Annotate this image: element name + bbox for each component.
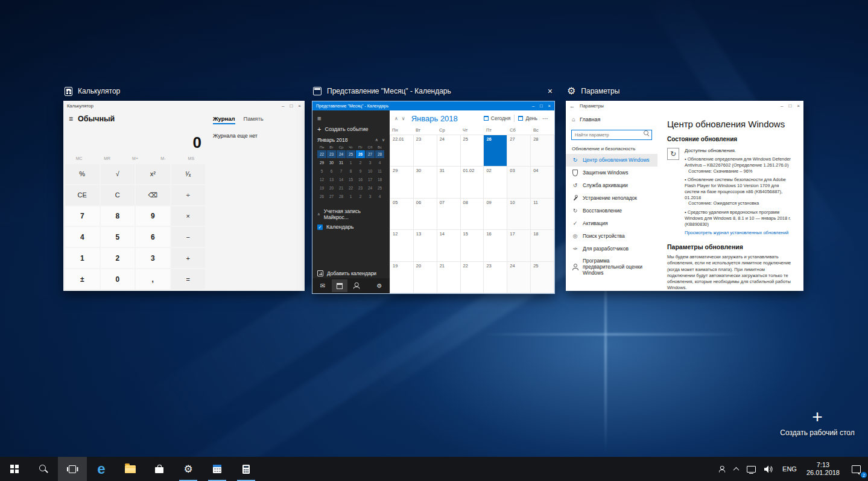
tab-memory[interactable]: Память bbox=[244, 115, 264, 124]
settings-window[interactable]: ← Параметры – □ × ⌂ Главная Обновление и… bbox=[566, 101, 803, 291]
mini-day-cell[interactable]: 14 bbox=[337, 176, 346, 183]
calendar-day-cell[interactable]: 18 bbox=[531, 230, 554, 261]
calendar-day-cell[interactable]: 01.02 bbox=[461, 167, 484, 198]
calendar-day-cell[interactable]: 24 bbox=[437, 135, 461, 167]
calendar-day-cell[interactable]: 11 bbox=[531, 199, 554, 230]
calculator-window[interactable]: Калькулятор – □ × ≡ Обычный 0 MCMRM+M-MS… bbox=[63, 101, 305, 291]
mini-day-cell[interactable]: 26 bbox=[356, 150, 365, 158]
mini-day-cell[interactable]: 19 bbox=[317, 184, 326, 192]
show-hidden-icons-button[interactable] bbox=[730, 457, 743, 481]
month-title[interactable]: Январь 2018 bbox=[411, 114, 458, 123]
calendar-day-cell[interactable]: 29 bbox=[390, 167, 414, 198]
mini-day-cell[interactable]: 18 bbox=[375, 176, 384, 183]
back-icon[interactable]: ← bbox=[569, 103, 575, 109]
calc-key-6[interactable]: 6 bbox=[136, 227, 170, 247]
mini-day-cell[interactable]: 16 bbox=[356, 176, 365, 183]
file-explorer-button[interactable] bbox=[116, 457, 145, 481]
mini-day-cell[interactable]: 5 bbox=[317, 167, 326, 175]
settings-nav-item-6[interactable]: Поиск устройства bbox=[566, 230, 657, 243]
mini-day-cell[interactable]: 2 bbox=[356, 193, 365, 200]
calc-key-±[interactable]: ± bbox=[65, 269, 100, 289]
network-button[interactable] bbox=[743, 457, 760, 481]
mini-day-cell[interactable]: 26 bbox=[317, 193, 326, 200]
search-icon[interactable] bbox=[644, 130, 650, 136]
mini-day-cell[interactable]: 28 bbox=[337, 193, 346, 200]
calendar-day-cell[interactable]: 28 bbox=[531, 135, 554, 167]
menu-icon[interactable]: ≡ bbox=[69, 115, 73, 123]
mini-day-cell[interactable]: 22 bbox=[346, 184, 355, 192]
memory-key-MS[interactable]: MS bbox=[177, 156, 205, 161]
checkbox-checked-icon[interactable]: ✓ bbox=[317, 225, 323, 230]
update-history-link[interactable]: Просмотреть журнал установленных обновле… bbox=[685, 230, 794, 235]
mini-day-cell[interactable]: 1 bbox=[346, 193, 355, 200]
memory-key-MR[interactable]: MR bbox=[93, 156, 121, 161]
mini-day-cell[interactable]: 1 bbox=[346, 159, 355, 167]
minimize-icon[interactable]: – bbox=[532, 103, 534, 109]
settings-home-button[interactable]: ⌂ Главная bbox=[566, 113, 657, 125]
search-input[interactable] bbox=[571, 130, 652, 140]
mini-day-cell[interactable]: 27 bbox=[327, 193, 336, 200]
account-row[interactable]: ∧ Учетная запись Майкрос... bbox=[312, 206, 390, 222]
calendar-day-cell[interactable]: 26 bbox=[484, 135, 507, 167]
calendar-day-cell[interactable]: 20 bbox=[414, 262, 437, 293]
mini-day-cell[interactable]: 29 bbox=[317, 159, 326, 167]
mini-day-cell[interactable]: 7 bbox=[337, 167, 346, 175]
calendar-day-cell[interactable]: 09 bbox=[484, 199, 507, 230]
calendar-view-icon[interactable] bbox=[332, 279, 347, 292]
mini-next-icon[interactable]: ∨ bbox=[382, 138, 385, 142]
calendar-day-cell[interactable]: 25 bbox=[461, 135, 484, 167]
calc-key-×[interactable]: × bbox=[171, 206, 206, 226]
mini-day-cell[interactable]: 24 bbox=[337, 150, 346, 158]
taskview-header-calculator[interactable]: Калькулятор bbox=[63, 84, 305, 98]
calendar-day-cell[interactable]: 23 bbox=[484, 262, 507, 293]
calendar-day-cell[interactable]: 16 bbox=[484, 230, 507, 261]
maximize-icon[interactable]: □ bbox=[290, 103, 293, 109]
calendar-day-cell[interactable]: 04 bbox=[531, 167, 554, 198]
calendar-day-cell[interactable]: 10 bbox=[507, 199, 531, 230]
calendar-day-cell[interactable]: 25 bbox=[531, 262, 554, 293]
mini-day-cell[interactable]: 22 bbox=[317, 150, 326, 158]
calendar-day-cell[interactable]: 21 bbox=[437, 262, 461, 293]
calendar-day-cell[interactable]: 02 bbox=[484, 167, 507, 198]
create-event-button[interactable]: + Создать событие bbox=[312, 124, 390, 135]
calendar-day-cell[interactable]: 19 bbox=[390, 262, 414, 293]
calc-key-3[interactable]: 3 bbox=[136, 248, 170, 268]
calculator-mode-label[interactable]: Обычный bbox=[78, 115, 115, 123]
calc-key-7[interactable]: 7 bbox=[65, 206, 100, 226]
calc-key-5[interactable]: 5 bbox=[101, 227, 135, 247]
calendar-day-cell[interactable]: 23 bbox=[414, 135, 437, 167]
mini-calendar-month[interactable]: Январь 2018 bbox=[317, 137, 347, 143]
settings-nav-item-4[interactable]: Восстановление bbox=[566, 205, 657, 217]
mini-day-cell[interactable]: 9 bbox=[356, 167, 365, 175]
calc-key-C[interactable]: C bbox=[101, 185, 135, 205]
memory-key-M+[interactable]: M+ bbox=[121, 156, 149, 161]
calc-key-,[interactable]: , bbox=[136, 269, 170, 289]
close-icon[interactable]: × bbox=[548, 103, 551, 109]
settings-nav-item-5[interactable]: Активация bbox=[566, 217, 657, 230]
mini-prev-icon[interactable]: ∧ bbox=[375, 138, 378, 142]
calendar-taskbar-button[interactable] bbox=[203, 457, 232, 481]
mini-day-cell[interactable]: 23 bbox=[356, 184, 365, 192]
settings-nav-item-3[interactable]: Устранение неполадок bbox=[566, 192, 657, 205]
more-options-icon[interactable]: ⋯ bbox=[541, 115, 550, 122]
settings-nav-item-7[interactable]: Для разработчиков bbox=[566, 243, 657, 255]
calendar-checkbox-row[interactable]: ✓ Календарь bbox=[312, 222, 390, 232]
mini-day-cell[interactable]: 17 bbox=[366, 176, 375, 183]
mini-day-cell[interactable]: 21 bbox=[337, 184, 346, 192]
clock[interactable]: 7:13 26.01.2018 bbox=[802, 457, 844, 481]
mini-day-cell[interactable]: 25 bbox=[375, 184, 384, 192]
calendar-day-cell[interactable]: 30 bbox=[414, 167, 437, 198]
mini-day-cell[interactable]: 31 bbox=[337, 159, 346, 167]
settings-nav-item-0[interactable]: Центр обновления Windows bbox=[566, 154, 657, 167]
calc-key-√[interactable]: √ bbox=[101, 164, 135, 184]
calendar-day-cell[interactable]: 15 bbox=[461, 230, 484, 261]
calendar-day-cell[interactable]: 12 bbox=[390, 230, 414, 261]
edge-button[interactable]: e bbox=[87, 457, 116, 481]
mini-day-cell[interactable]: 6 bbox=[327, 167, 336, 175]
calc-key-⌫[interactable]: ⌫ bbox=[136, 185, 170, 205]
calc-key-4[interactable]: 4 bbox=[65, 227, 100, 247]
store-button[interactable] bbox=[145, 457, 174, 481]
mini-day-cell[interactable]: 30 bbox=[327, 159, 336, 167]
calc-key-CE[interactable]: CE bbox=[65, 185, 100, 205]
mini-day-cell[interactable]: 3 bbox=[366, 193, 375, 200]
